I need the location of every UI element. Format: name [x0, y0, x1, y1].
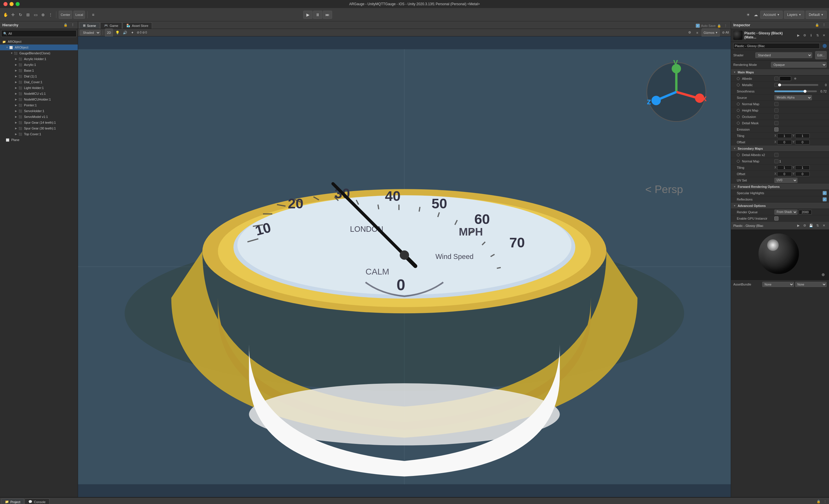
- shading-dropdown[interactable]: Shaded: [80, 30, 101, 36]
- hierarchy-menu-icon[interactable]: ⋮: [70, 22, 75, 28]
- custom-tool-icon[interactable]: ⋮: [47, 11, 54, 18]
- tree-item-arscene[interactable]: 📁 ARObject: [0, 39, 78, 44]
- mat-play-icon[interactable]: ▶: [795, 32, 801, 38]
- extra-tool-icon[interactable]: ≡: [90, 11, 96, 18]
- mat-close-icon[interactable]: ✕: [821, 32, 827, 38]
- mat-preview-stop-icon[interactable]: ⚙: [802, 223, 807, 228]
- transform-tool-icon[interactable]: ⊕: [40, 11, 46, 18]
- mat-name-input[interactable]: [733, 43, 820, 49]
- forward-rendering-section[interactable]: ▼ Forward Rendering Options: [731, 183, 829, 190]
- render-queue-dropdown[interactable]: From Shader: [774, 210, 797, 215]
- tree-item-spurgear14[interactable]: ▶ ⬛ Spur Gear (14 teeth):1: [0, 120, 78, 125]
- tiling2-y-input[interactable]: [795, 165, 809, 170]
- specular-checkbox[interactable]: ✓: [823, 191, 827, 195]
- center-button[interactable]: Center: [59, 11, 72, 19]
- scale-tool-icon[interactable]: ⊞: [25, 11, 31, 18]
- gizmos-button[interactable]: Gizmos ▼: [701, 29, 720, 37]
- tree-item-acrylic[interactable]: ▶ ⬛ Acrylic:1: [0, 62, 78, 68]
- mat-settings-icon[interactable]: ⚙: [802, 32, 807, 38]
- tiling2-x-input[interactable]: [777, 165, 792, 170]
- tree-item-dialcover[interactable]: ▶ ⬛ Dial_Cover:1: [0, 79, 78, 85]
- close-button[interactable]: [3, 2, 7, 6]
- offset-y-input[interactable]: [795, 140, 809, 144]
- mat-preview-save-icon[interactable]: 💾: [808, 223, 814, 228]
- metallic-slider[interactable]: [780, 84, 818, 86]
- scene-menu-icon[interactable]: ⋮: [723, 23, 728, 29]
- shader-dropdown[interactable]: Standard: [755, 52, 812, 58]
- pick-icon[interactable]: ⚙: [686, 30, 693, 36]
- hand-tool-icon[interactable]: ✋: [2, 11, 9, 18]
- audio-icon[interactable]: 🔊: [122, 30, 128, 36]
- occlusion-select[interactable]: [774, 115, 779, 119]
- mat-preview-play-icon[interactable]: ▶: [795, 223, 801, 228]
- tree-item-nodemcuholder[interactable]: ▶ ⬛ NodeMCUHolder:1: [0, 97, 78, 102]
- move-tool-icon[interactable]: ✛: [10, 11, 16, 18]
- tree-item-nodemcu[interactable]: ▶ ⬛ NodeMCU v1:1: [0, 91, 78, 97]
- autosave-check[interactable]: ✓ Auto Save: [696, 24, 716, 28]
- smoothness-slider[interactable]: [774, 91, 817, 92]
- tab-game[interactable]: 🎮 Game: [100, 22, 122, 29]
- gpu-instancing-checkbox[interactable]: [774, 216, 779, 220]
- mat-arrows-icon[interactable]: ⇅: [815, 32, 820, 38]
- heightmap-select[interactable]: [774, 108, 779, 112]
- offset2-x-input[interactable]: [777, 172, 792, 176]
- light-icon[interactable]: 💡: [114, 30, 120, 36]
- maximize-button[interactable]: [15, 2, 20, 6]
- albedo-color-swatch[interactable]: [780, 76, 791, 81]
- tree-item-dial1[interactable]: ▶ ⬛ Dial (1):1: [0, 73, 78, 79]
- tree-item-pointer[interactable]: ▶ ⬛ Pointer:1: [0, 102, 78, 108]
- rotate-tool-icon[interactable]: ↻: [17, 11, 24, 18]
- mat-preview-close-icon[interactable]: ✕: [821, 223, 827, 228]
- step-button[interactable]: ⏭: [323, 11, 332, 19]
- render-queue-input[interactable]: [799, 210, 812, 214]
- secondary-maps-section[interactable]: ▼ Secondary Maps: [731, 145, 829, 152]
- metallic-map-select[interactable]: [774, 83, 779, 87]
- account-dropdown[interactable]: Account ▼: [760, 11, 783, 19]
- minimize-button[interactable]: [9, 2, 13, 6]
- tree-item-servoholder[interactable]: ▶ ⬛ ServoHolder:1: [0, 108, 78, 114]
- effects-icon[interactable]: ✦: [129, 30, 136, 36]
- advanced-options-section[interactable]: ▼ Advanced Options: [731, 203, 829, 209]
- hierarchy-lock-icon[interactable]: 🔒: [63, 22, 69, 28]
- play-button[interactable]: ▶: [303, 11, 313, 19]
- mat-preview-expand-icon[interactable]: ⇅: [815, 223, 820, 228]
- tab-project[interactable]: 📁 Project: [1, 499, 24, 504]
- rect-tool-icon[interactable]: ▭: [32, 11, 39, 18]
- tree-item-gaugeblender[interactable]: ▼ ⬛ GaugeBlender(Clone): [0, 50, 78, 56]
- scene-lock-icon[interactable]: 🔒: [716, 23, 722, 29]
- normalmap2-select[interactable]: [774, 159, 779, 163]
- autosave-checkbox[interactable]: ✓: [696, 24, 700, 28]
- source-dropdown[interactable]: Metallic Alpha: [774, 95, 812, 100]
- detailmask-select[interactable]: [774, 121, 779, 125]
- emission-checkbox[interactable]: [774, 128, 779, 132]
- uvset-dropdown[interactable]: UV0: [774, 178, 797, 183]
- tree-item-spurgear30[interactable]: ▶ ⬛ Spur Gear (30 teeth):1: [0, 125, 78, 131]
- offset2-y-input[interactable]: [795, 172, 809, 176]
- rendering-mode-dropdown[interactable]: Opaque: [771, 62, 827, 68]
- hierarchy-search-input[interactable]: [8, 32, 75, 35]
- 2d-button[interactable]: 2D: [105, 29, 113, 37]
- albedo-map-select[interactable]: [774, 77, 779, 81]
- reflections-checkbox[interactable]: ✓: [823, 197, 827, 202]
- tree-item-acrylicholder[interactable]: ▶ ⬛ Acrylic Holder:1: [0, 56, 78, 62]
- inspector-menu-icon[interactable]: ⋮: [821, 22, 827, 28]
- tree-item-base[interactable]: ▶ ⬛ Base:1: [0, 68, 78, 73]
- bottom-lock-icon[interactable]: 🔒: [816, 499, 822, 504]
- detailalbedo-select[interactable]: [774, 153, 779, 157]
- tree-item-lightholder[interactable]: ▶ ⬛ Light Holder:1: [0, 85, 78, 91]
- layers-dropdown[interactable]: Layers ▼: [784, 11, 804, 19]
- local-button[interactable]: Local: [73, 11, 85, 19]
- tab-console[interactable]: 💬 Console: [25, 499, 49, 504]
- mat-info-icon[interactable]: ℹ: [808, 32, 814, 38]
- asset-bundle-dropdown1[interactable]: None: [762, 282, 794, 287]
- main-maps-section[interactable]: ▼ Main Maps: [731, 69, 829, 75]
- edit-shader-button[interactable]: Edit...: [815, 51, 827, 59]
- tree-item-topcover[interactable]: ▶ ⬛ Top Cover:1: [0, 131, 78, 137]
- collab-icon[interactable]: ☀: [745, 11, 752, 18]
- normalmap-select[interactable]: [774, 102, 779, 106]
- cloud-icon[interactable]: ☁: [753, 11, 759, 18]
- tree-item-plane[interactable]: ⬜ Plane: [0, 137, 78, 143]
- scene-view[interactable]: 10 20 30 40 50 60 70 0 LONDON Wind Speed…: [78, 36, 731, 497]
- preview-zoom-icon[interactable]: ⊕: [820, 272, 826, 278]
- tree-item-arobject[interactable]: ▼ ⬜ ARObject: [0, 44, 78, 50]
